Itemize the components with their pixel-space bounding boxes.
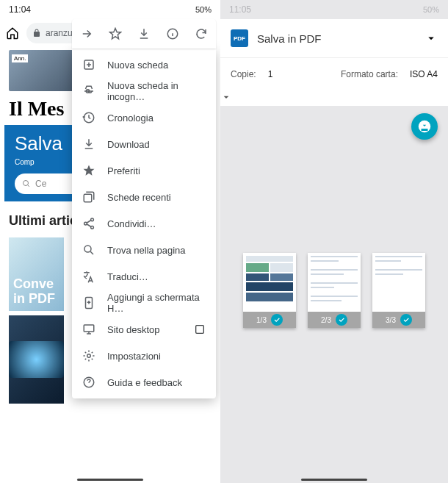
svg-rect-10: [196, 326, 204, 334]
overflow-toolbar: [72, 19, 216, 49]
tabs-icon: [82, 190, 95, 204]
bookmark-icon[interactable]: [109, 27, 122, 40]
print-title: Salva in PDF: [257, 32, 416, 45]
status-time-right: 11:05: [229, 4, 251, 15]
menu-share[interactable]: Condividi…: [72, 210, 216, 237]
home-indicator-right: [301, 479, 367, 481]
page-preview-3[interactable]: 3/3: [372, 253, 425, 328]
save-pdf-button[interactable]: [411, 113, 438, 140]
article-thumb-2[interactable]: [9, 315, 64, 404]
menu-recent-tabs[interactable]: Schede recenti: [72, 184, 216, 210]
svg-rect-9: [84, 325, 94, 332]
checkbox-icon[interactable]: [194, 323, 206, 335]
home-icon[interactable]: [6, 26, 19, 40]
pdf-icon: PDF: [231, 29, 248, 47]
gear-icon: [82, 349, 95, 362]
print-screenshot: 11:05 50% PDF Salva in PDF Copie: 1 Form…: [220, 0, 448, 483]
status-bar: 11:04 50%: [0, 0, 220, 19]
copies-label: Copie:: [231, 69, 256, 79]
menu-desktop-site[interactable]: Sito desktop: [72, 316, 216, 343]
info-icon[interactable]: [166, 27, 179, 40]
menu-settings[interactable]: Impostazioni: [72, 343, 216, 369]
share-icon: [82, 217, 95, 230]
overflow-menu: Nuova scheda Nuova scheda in incogn… Cro…: [72, 49, 216, 398]
page-preview-2[interactable]: 2/3: [308, 253, 361, 328]
menu-add-home[interactable]: Aggiungi a schermata H…: [72, 290, 216, 316]
format-label: Formato carta:: [341, 69, 398, 79]
status-bar-right: 11:05 50%: [220, 0, 448, 19]
home-indicator: [77, 479, 143, 481]
star-icon: [82, 164, 95, 177]
svg-rect-3: [84, 194, 92, 202]
format-value[interactable]: ISO A4: [410, 69, 438, 79]
history-icon: [82, 111, 95, 124]
status-time: 11:04: [9, 4, 31, 15]
menu-help[interactable]: Guida e feedback: [72, 369, 216, 396]
svg-point-0: [24, 181, 29, 186]
expand-options[interactable]: [220, 90, 448, 106]
url-text: aranzu: [46, 28, 73, 38]
menu-download[interactable]: Download: [72, 131, 216, 157]
find-icon: [82, 243, 95, 257]
check-icon: [336, 314, 347, 326]
menu-translate[interactable]: Traduci…: [72, 263, 216, 290]
reload-icon[interactable]: [195, 27, 208, 40]
check-icon: [400, 314, 412, 326]
copies-value[interactable]: 1: [268, 69, 273, 79]
desktop-icon: [82, 323, 95, 336]
add-home-icon: [82, 296, 95, 310]
help-icon: [82, 376, 95, 389]
check-icon: [271, 314, 283, 326]
dropdown-icon[interactable]: [424, 32, 438, 45]
plus-tab-icon: [82, 58, 95, 71]
top-ad: Ann.: [9, 50, 75, 91]
preview-area: 1/3 2/3 3/: [220, 106, 448, 483]
status-icons: 50%: [189, 5, 212, 14]
download-arrow-icon: [82, 137, 95, 151]
print-destination[interactable]: PDF Salva in PDF: [220, 19, 448, 57]
menu-new-tab[interactable]: Nuova scheda: [72, 51, 216, 78]
translate-icon: [82, 270, 95, 283]
menu-incognito[interactable]: Nuova scheda in incogn…: [72, 78, 216, 104]
forward-icon[interactable]: [80, 27, 93, 40]
browser-screenshot: 11:04 50% aranzu Ann. Il Mes Salva Comp …: [0, 0, 220, 483]
download-icon[interactable]: [137, 27, 151, 40]
status-icons-right: 50%: [423, 5, 439, 14]
pages-row: 1/3 2/3 3/: [220, 253, 448, 328]
article-thumb-1[interactable]: Convein PDF: [9, 237, 64, 311]
print-options: Copie: 1 Formato carta: ISO A4: [220, 57, 448, 90]
menu-find[interactable]: Trova nella pagina: [72, 237, 216, 263]
svg-point-11: [87, 354, 91, 358]
incognito-icon: [82, 85, 95, 98]
menu-history[interactable]: Cronologia: [72, 104, 216, 131]
page-preview-1[interactable]: 1/3: [243, 253, 296, 328]
menu-bookmarks[interactable]: Preferiti: [72, 157, 216, 184]
svg-point-7: [84, 246, 91, 252]
